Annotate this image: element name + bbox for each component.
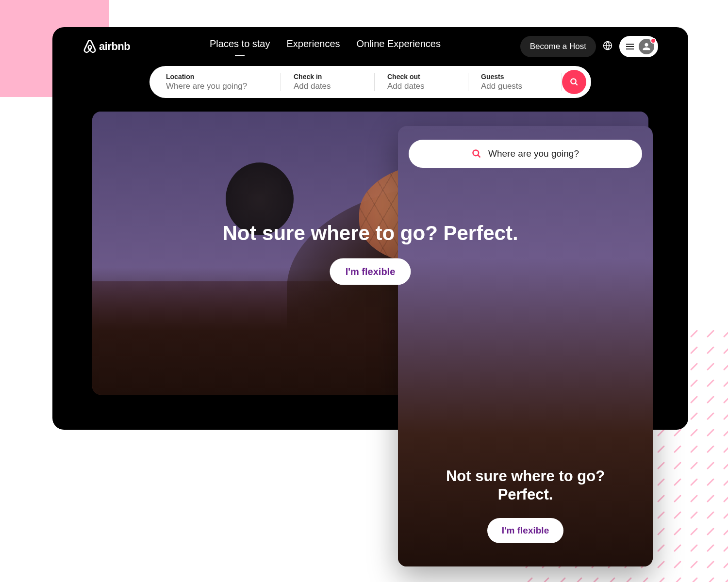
- search-location-cell[interactable]: Location Where are you going?: [149, 73, 281, 91]
- tab-places-to-stay[interactable]: Places to stay: [210, 38, 270, 55]
- brand-logo[interactable]: airbnb: [83, 39, 130, 54]
- nav-right: Become a Host: [520, 36, 658, 57]
- im-flexible-button[interactable]: I'm flexible: [330, 259, 411, 285]
- svg-point-3: [571, 79, 576, 84]
- hero-title: Not sure where to go? Perfect.: [222, 222, 518, 245]
- mobile-window: Where are you going? Not sure where to g…: [398, 126, 653, 566]
- search-bar: Location Where are you going? Check in A…: [149, 66, 591, 98]
- airbnb-logo-icon: [83, 39, 97, 54]
- brand-name: airbnb: [99, 40, 130, 53]
- top-nav: airbnb Places to stay Experiences Online…: [68, 27, 673, 66]
- search-label: Guests: [481, 73, 549, 81]
- mobile-hero-title: Not sure where to go? Perfect.: [398, 467, 653, 505]
- search-guests-cell[interactable]: Guests Add guests: [468, 73, 562, 91]
- notification-badge: [650, 38, 656, 44]
- search-icon: [472, 149, 481, 159]
- search-placeholder: Add dates: [387, 81, 455, 91]
- search-label: Check out: [387, 73, 455, 81]
- search-label: Check in: [294, 73, 362, 81]
- mobile-search-placeholder: Where are you going?: [488, 148, 579, 159]
- search-label: Location: [166, 73, 268, 81]
- svg-line-6: [478, 155, 480, 158]
- search-placeholder: Add dates: [294, 81, 362, 91]
- search-placeholder: Where are you going?: [166, 81, 268, 91]
- tab-experiences[interactable]: Experiences: [287, 38, 340, 55]
- mobile-dome-image: [469, 293, 625, 420]
- tab-online-experiences[interactable]: Online Experiences: [357, 38, 441, 55]
- search-placeholder: Add guests: [481, 81, 549, 91]
- search-submit-button[interactable]: [562, 70, 586, 94]
- search-checkout-cell[interactable]: Check out Add dates: [375, 73, 468, 91]
- mobile-im-flexible-button[interactable]: I'm flexible: [487, 518, 563, 543]
- search-checkin-cell[interactable]: Check in Add dates: [281, 73, 375, 91]
- language-button[interactable]: [603, 41, 612, 52]
- svg-point-5: [473, 150, 479, 156]
- mobile-search-button[interactable]: Where are you going?: [409, 140, 642, 168]
- become-host-button[interactable]: Become a Host: [520, 36, 596, 57]
- svg-line-4: [575, 83, 578, 85]
- globe-icon: [603, 41, 612, 50]
- nav-tabs: Places to stay Experiences Online Experi…: [210, 38, 441, 55]
- search-icon: [570, 78, 579, 86]
- menu-icon: [626, 44, 634, 49]
- profile-menu-button[interactable]: [619, 36, 658, 57]
